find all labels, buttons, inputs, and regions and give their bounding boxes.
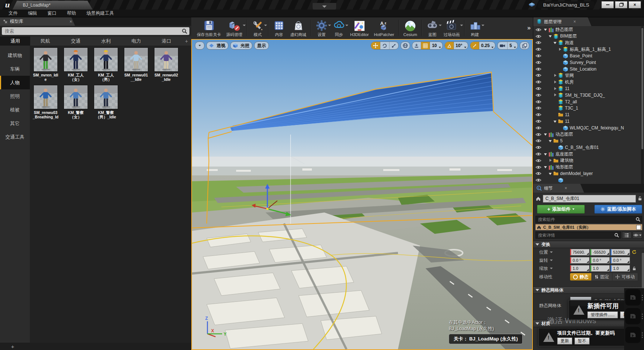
expand-arrow-icon[interactable]: [544, 152, 548, 156]
search-components-input[interactable]: [536, 217, 642, 222]
favorite-star-icon[interactable]: ☆: [113, 66, 117, 71]
details-view-options-button[interactable]: [622, 232, 631, 239]
toolbar-button-build[interactable]: 构建: [466, 19, 484, 38]
eye-visibility-icon[interactable]: [536, 87, 541, 90]
layer-row-Survey_Point[interactable]: Survey_Point: [533, 59, 641, 66]
expand-arrow-icon[interactable]: [553, 74, 557, 78]
value-y[interactable]: -55520: [590, 249, 610, 256]
eye-visibility-icon[interactable]: [536, 47, 541, 51]
blueprint-add-script-button[interactable]: 蓝图/添加脚本: [594, 205, 642, 214]
toolbar-button-content[interactable]: 内容: [270, 19, 288, 38]
expand-arrow-icon[interactable]: [548, 172, 552, 176]
toolbar-overflow-button[interactable]: »: [527, 24, 531, 32]
layer-row-BIM图层[interactable]: BIM图层: [533, 33, 641, 40]
eye-visibility-icon[interactable]: [536, 119, 541, 123]
sidebar-item-建筑物[interactable]: 建筑物: [0, 49, 30, 62]
current-level-button[interactable]: 关卡： BJ_LoadMap (永久性): [449, 334, 523, 344]
maximize-viewport-button[interactable]: [520, 42, 529, 50]
tab-details[interactable]: i 细节 ×: [533, 184, 584, 193]
favorite-star-icon[interactable]: ☆: [52, 66, 57, 71]
update-project-button[interactable]: 更新: [557, 338, 572, 344]
sidebar-item-人物[interactable]: 人物: [0, 76, 30, 89]
toolbar-collapse-button[interactable]: [313, 3, 336, 10]
item-thumbnail[interactable]: ☆: [94, 85, 118, 109]
scale-snap-value[interactable]: 0.25: [479, 43, 491, 48]
layer-row-demModel_layer[interactable]: demModel_layer: [533, 171, 641, 177]
expand-arrow-icon[interactable]: [553, 80, 557, 84]
eye-visibility-icon[interactable]: [536, 113, 541, 117]
level-tab[interactable]: BJ_LoadMap*: [13, 1, 93, 10]
menu-item-3[interactable]: 帮助: [62, 10, 81, 17]
surface-snap-button[interactable]: [412, 42, 421, 49]
instance-checkbox[interactable]: [636, 225, 641, 230]
layer-row-WLMQJC_CM_feixingqu_N[interactable]: WLMQJC_CM_feixingqu_N: [533, 125, 641, 131]
tab-layer-manager[interactable]: 图层管理 ×: [533, 17, 591, 26]
library-item-SM_renwu03[interactable]: ☆ SM_renwu03 _Breathing_Id: [31, 85, 61, 119]
layer-row-T2_all[interactable]: T2_all: [533, 99, 641, 105]
world-local-toggle[interactable]: [401, 42, 410, 49]
scale-tool-button[interactable]: [389, 42, 398, 49]
library-item-KM_警察[interactable]: ☆ KM_警察 （女）: [61, 85, 91, 119]
camera-speed-value[interactable]: 5: [508, 43, 514, 48]
favorite-star-icon[interactable]: ☆: [52, 103, 57, 109]
layer-row-建筑物[interactable]: 建筑物: [533, 157, 641, 164]
layer-row-11[interactable]: 11: [533, 111, 641, 118]
eye-visibility-icon[interactable]: [536, 67, 541, 71]
category-tab-水利[interactable]: 水利: [91, 36, 121, 46]
viewport-scene[interactable]: Z X Y: [192, 40, 532, 349]
toolbar-button-hot[interactable]: Az HotPatcher: [371, 19, 397, 37]
value-z[interactable]: 1.0: [611, 265, 630, 272]
eye-visibility-icon[interactable]: [536, 74, 541, 77]
library-search-input[interactable]: [2, 29, 189, 34]
library-item-KM_工人[interactable]: ☆ KM_工人 （男）: [91, 48, 121, 82]
item-thumbnail[interactable]: ☆: [154, 48, 178, 71]
actor-name-input[interactable]: [543, 195, 632, 202]
toolbar-button-cesium[interactable]: Cesium: [401, 19, 420, 37]
eye-visibility-icon[interactable]: [536, 159, 541, 162]
menu-item-0[interactable]: 文件: [4, 10, 22, 17]
layer-row-T3C_1[interactable]: T3C_1: [533, 105, 641, 112]
sidebar-item-植被[interactable]: 植被: [0, 103, 30, 117]
chevron-down-icon[interactable]: [550, 268, 553, 269]
toolbar-button-settings[interactable]: 设置: [313, 19, 330, 38]
favorite-star-icon[interactable]: ☆: [173, 66, 177, 71]
layer-tree-scrollbar[interactable]: [641, 26, 644, 184]
show-button[interactable]: 显示: [254, 42, 269, 50]
layer-row-机房[interactable]: 机房: [533, 79, 641, 85]
mobility-静态[interactable]: 静态: [570, 273, 592, 281]
library-add-button[interactable]: +: [11, 343, 14, 350]
reset-icon[interactable]: [632, 250, 637, 254]
value-z[interactable]: 53390.: [611, 249, 630, 256]
library-item-KM_工人[interactable]: ☆ KM_工人 （女）: [61, 48, 91, 82]
grid-snap-value[interactable]: 10: [430, 43, 438, 48]
viewport-options-button[interactable]: [195, 42, 204, 50]
move-tool-button[interactable]: [371, 42, 380, 49]
sidebar-item-照明[interactable]: 照明: [0, 89, 30, 103]
library-tab-close-icon[interactable]: ×: [70, 19, 72, 24]
library-item-SM_renwu01[interactable]: ☆ SM_renwu01 __Idle: [121, 48, 151, 82]
perspective-button[interactable]: 透视: [206, 42, 228, 50]
layer-row-partial[interactable]: [533, 177, 641, 183]
restore-button[interactable]: [615, 1, 627, 8]
search-components-field[interactable]: [536, 216, 642, 223]
close-button[interactable]: ×: [629, 1, 641, 8]
toolbar-button-cine[interactable]: 过场动画: [441, 19, 462, 38]
notification-thumbnail[interactable]: [624, 289, 644, 306]
toolbar-button-market[interactable]: 虚幻商城: [288, 19, 309, 38]
expand-arrow-icon[interactable]: [553, 119, 557, 124]
chevron-down-icon[interactable]: [550, 251, 553, 253]
menu-item-1[interactable]: 编辑: [23, 10, 42, 17]
menu-item-2[interactable]: 窗口: [43, 10, 61, 17]
rotation-snap-value[interactable]: 10°: [454, 43, 464, 48]
minimize-button[interactable]: [601, 1, 614, 8]
item-thumbnail[interactable]: ☆: [64, 48, 88, 71]
layer-row-地形图层[interactable]: 地形图层: [533, 164, 641, 171]
search-details-input[interactable]: [536, 233, 620, 238]
layer-row-管网[interactable]: 管网: [533, 72, 641, 79]
value-z[interactable]: 0.0 °: [611, 257, 630, 264]
notification-thumbnail[interactable]: [624, 327, 644, 343]
rotate-tool-button[interactable]: [380, 42, 389, 49]
favorite-star-icon[interactable]: ☆: [113, 103, 117, 109]
toolbar-button-sync[interactable]: 同步: [330, 19, 348, 38]
expand-arrow-icon[interactable]: [544, 28, 548, 32]
